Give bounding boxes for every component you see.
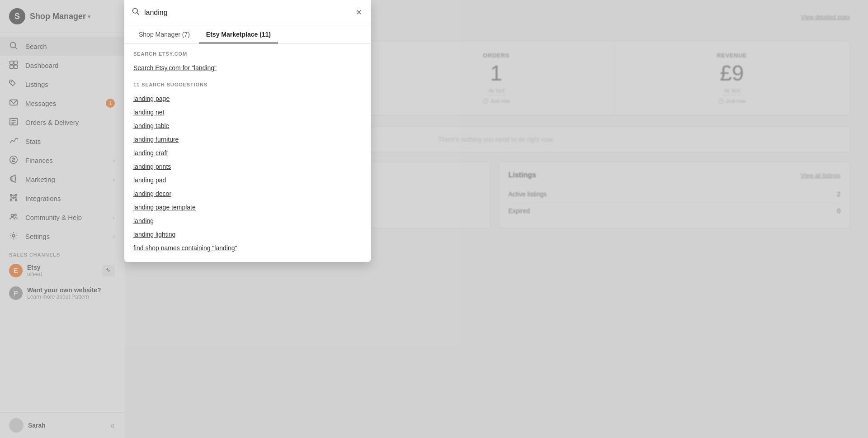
suggestion-landing-furniture[interactable]: landing furniture: [133, 133, 362, 146]
search-close-button[interactable]: ×: [354, 5, 363, 19]
search-panel: × Shop Manager (7) Etsy Marketplace (11)…: [124, 0, 371, 262]
search-tabs: Shop Manager (7) Etsy Marketplace (11): [124, 25, 371, 44]
search-results: SEARCH ETSY.COM Search Etsy.com for "lan…: [124, 44, 371, 262]
suggestion-landing-table[interactable]: landing table: [133, 119, 362, 133]
tab-etsy-marketplace[interactable]: Etsy Marketplace (11): [199, 25, 278, 43]
suggestion-landing-prints[interactable]: landing prints: [133, 160, 362, 173]
search-input[interactable]: [144, 9, 354, 17]
suggestion-landing-lighting[interactable]: landing lighting: [133, 228, 362, 241]
suggestion-landing-page[interactable]: landing page: [133, 92, 362, 105]
etsy-section-title: SEARCH ETSY.COM: [133, 51, 362, 57]
search-input-row: ×: [124, 0, 371, 25]
suggestion-landing-page-template[interactable]: landing page template: [133, 200, 362, 214]
suggestions-section: 11 SEARCH SUGGESTIONS landing page landi…: [133, 82, 362, 255]
suggestion-landing-net[interactable]: landing net: [133, 105, 362, 119]
suggestion-landing[interactable]: landing: [133, 214, 362, 228]
search-icon-search-panel: [132, 7, 140, 18]
find-shops-link[interactable]: find shop names containing "landing": [133, 241, 362, 255]
svg-line-26: [137, 13, 139, 15]
suggestion-landing-craft[interactable]: landing craft: [133, 146, 362, 160]
tab-shop-manager[interactable]: Shop Manager (7): [132, 25, 197, 43]
suggestion-landing-decor[interactable]: landing decor: [133, 187, 362, 200]
suggestion-landing-pad[interactable]: landing pad: [133, 173, 362, 187]
search-etsy-direct-link[interactable]: Search Etsy.com for "landing": [133, 61, 362, 75]
suggestions-title: 11 SEARCH SUGGESTIONS: [133, 82, 362, 87]
svg-point-25: [132, 8, 137, 13]
